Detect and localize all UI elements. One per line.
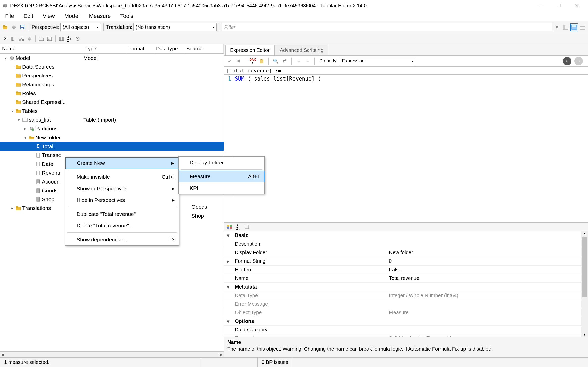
svg-rect-52 — [16, 110, 21, 113]
tree-row[interactable]: ▾ModelModel — [0, 54, 224, 62]
toggle-1-icon[interactable] — [562, 23, 569, 31]
propgrid-row[interactable]: ▸Format String0 — [224, 257, 588, 266]
col-format[interactable]: Format — [126, 44, 154, 53]
nav-forward-button[interactable]: → — [574, 57, 583, 65]
menu-tools[interactable]: Tools — [118, 12, 136, 20]
svg-rect-4 — [3, 25, 5, 27]
tree-row[interactable]: ▾New folder — [0, 133, 224, 142]
hide-icon[interactable] — [46, 35, 53, 43]
menu-measure[interactable]: Measure — [87, 12, 113, 20]
columns-icon[interactable] — [58, 35, 65, 43]
tree-row[interactable]: Data Sources — [0, 62, 224, 71]
open-folder-icon[interactable] — [2, 23, 9, 31]
propgrid-row[interactable]: ▾Basic — [224, 231, 588, 240]
svg-marker-64 — [29, 137, 34, 139]
svg-rect-22 — [22, 39, 24, 41]
property-grid[interactable]: ▾BasicDescriptionDisplay FolderNew folde… — [224, 231, 588, 337]
ctx-duplicate[interactable]: Duplicate "Total revenue" — [65, 208, 179, 220]
sort-icon[interactable]: AZ↓ — [66, 35, 73, 43]
menu-model[interactable]: Model — [62, 12, 82, 20]
tree-row[interactable]: Roles — [0, 89, 224, 98]
ctx-make-invisible[interactable]: Make invisible Ctrl+I — [65, 171, 179, 183]
status-left: 1 measure selected. — [0, 358, 202, 367]
minimize-button[interactable]: ― — [531, 0, 550, 11]
propgrid-row[interactable]: Data TypeInteger / Whole Number (int64) — [224, 291, 588, 300]
propgrid-row[interactable]: Description — [224, 240, 588, 248]
prop-pages-icon[interactable] — [243, 223, 251, 231]
col-type[interactable]: Type — [83, 44, 126, 53]
tree-row[interactable]: Perspectives — [0, 71, 224, 80]
vertical-scrollbar[interactable]: ▲ ▼ — [581, 231, 588, 337]
ctx-delete[interactable]: Delete "Total revenue"... — [65, 220, 179, 231]
property-combo[interactable]: Expression ▾ — [340, 57, 415, 65]
svg-rect-51 — [16, 100, 18, 101]
hierarchy-icon[interactable] — [18, 35, 25, 43]
replace-icon[interactable]: ⇄ — [281, 57, 288, 65]
search-icon[interactable]: 🔍 — [272, 57, 279, 65]
tree-row[interactable]: ΣTotal — [0, 142, 224, 151]
submenu-arrow-icon: ▶ — [164, 161, 174, 165]
menu-edit[interactable]: Edit — [21, 12, 36, 20]
outdent-icon[interactable]: ≡ — [304, 57, 311, 65]
save-icon[interactable] — [19, 23, 26, 31]
ctx-measure[interactable]: Measure Alt+1 — [179, 171, 264, 182]
ctx-hide-perspectives[interactable]: Hide in Perspectives ▶ — [65, 194, 179, 206]
ctx-show-dependencies[interactable]: Show dependencies... F3 — [65, 234, 179, 245]
paste-icon[interactable] — [258, 57, 265, 65]
horizontal-scrollbar[interactable]: ◀▶ — [0, 351, 224, 357]
tree-row[interactable]: ▸Partitions — [0, 124, 224, 133]
propgrid-row[interactable]: ▾Options — [224, 317, 588, 326]
propgrid-row[interactable]: Display FolderNew folder — [224, 248, 588, 257]
menu-file[interactable]: File — [3, 12, 16, 20]
sigma-icon[interactable]: Σ — [2, 35, 9, 43]
col-source[interactable]: Source — [184, 44, 224, 53]
target-icon[interactable] — [74, 35, 81, 43]
column-icon[interactable] — [10, 35, 17, 43]
cancel-icon[interactable]: ✖ — [235, 57, 242, 65]
filter-icon[interactable]: ▼ — [553, 23, 561, 31]
nav-back-button[interactable]: ← — [563, 57, 571, 65]
code-editor[interactable]: 1 SUM ( sales_list[Revenue] ) — [224, 75, 588, 223]
status-bp: 0 BP issues — [258, 358, 292, 367]
propgrid-row[interactable]: Object TypeMeasure — [224, 308, 588, 317]
svg-rect-36 — [62, 37, 64, 41]
toggle-3-icon[interactable] — [579, 23, 586, 31]
ctx-show-perspectives[interactable]: Show in Perspectives ▶ — [65, 183, 179, 194]
svg-rect-53 — [16, 109, 18, 110]
propgrid-row[interactable]: NameTotal revenue — [224, 274, 588, 283]
propgrid-row[interactable]: ExpressionSUM ( sales_list[Revenue] ) — [224, 334, 588, 337]
maximize-button[interactable]: ☐ — [550, 0, 568, 11]
tree-row[interactable]: ▾Tables — [0, 107, 224, 115]
ctx-kpi[interactable]: KPI — [179, 182, 264, 194]
folder-view-icon[interactable] — [38, 35, 45, 43]
tree-row[interactable]: Shared Expressi... — [0, 98, 224, 107]
ctx-display-folder[interactable]: Display Folder — [179, 157, 264, 168]
tab-advanced-scripting[interactable]: Advanced Scripting — [275, 45, 328, 55]
perspective-combo[interactable]: (All objects) ▾ — [60, 23, 101, 31]
menubar: File Edit View Model Measure Tools — [0, 11, 588, 21]
propgrid-row[interactable]: HiddenFalse — [224, 266, 588, 274]
tab-expression-editor[interactable]: Expression Editor — [225, 45, 275, 55]
tree-row[interactable]: Relationships — [0, 80, 224, 89]
col-datatype[interactable]: Data type — [154, 44, 184, 53]
menu-view[interactable]: View — [40, 12, 57, 20]
deploy-cube-icon[interactable] — [10, 23, 18, 31]
categorize-icon[interactable] — [226, 223, 233, 231]
propgrid-row[interactable]: ▾Metadata — [224, 283, 588, 291]
dax-format-icon[interactable]: DAX▾ — [249, 57, 256, 65]
propgrid-row[interactable]: Data Category — [224, 326, 588, 334]
svg-rect-15 — [580, 25, 585, 29]
filter-input[interactable]: Filter — [222, 23, 552, 31]
accept-icon[interactable]: ✔ — [226, 57, 233, 65]
ctx-create-new[interactable]: Create New ▶ Display Folder Measure Alt+… — [65, 157, 179, 169]
col-name[interactable]: Name — [0, 44, 83, 53]
cube-small-icon[interactable] — [26, 35, 33, 43]
indent-icon[interactable]: ≡ — [295, 57, 302, 65]
propgrid-row[interactable]: Error Message — [224, 300, 588, 308]
alpha-sort-icon[interactable]: AZ↓ — [234, 223, 242, 231]
tree-row[interactable]: ▾sales_listTable (Import) — [0, 115, 224, 124]
translation-combo[interactable]: (No translation) ▾ — [133, 23, 217, 31]
close-button[interactable]: ✕ — [568, 0, 586, 11]
svg-rect-9 — [21, 25, 24, 27]
toggle-2-icon[interactable] — [570, 23, 578, 31]
